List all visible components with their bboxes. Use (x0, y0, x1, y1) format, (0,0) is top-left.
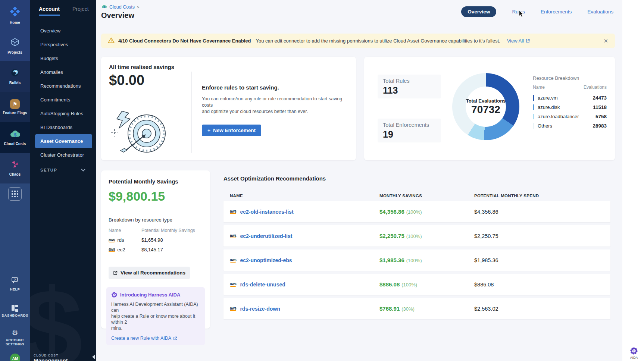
legend-swatch (533, 123, 534, 129)
breadcrumb: $ Cloud Costs > (101, 4, 140, 10)
aida-body-line1: Harness AI Development Assistant (AIDA) … (111, 302, 198, 313)
monthly-spend: $1,985.36 (474, 257, 577, 263)
monthly-savings: $1,985.36 (379, 257, 404, 263)
aws-icon: aws (109, 248, 115, 252)
savings-percent: (100%) (406, 233, 422, 239)
rail-item-account-settings[interactable]: ⚙ ACCOUNT SETTINGS (0, 329, 30, 346)
tab-project[interactable]: Project (72, 6, 89, 16)
legend-title: Resource Breakdown (533, 75, 607, 81)
new-enforcement-button[interactable]: + New Enforcement (202, 125, 261, 136)
breakdown-value-header: Potential Monthly Savings (141, 228, 203, 233)
banner-view-all-link[interactable]: View All (507, 38, 530, 44)
setup-section-toggle[interactable]: SETUP (30, 168, 96, 172)
monthly-savings: $2,250.75 (379, 233, 404, 239)
rail-item-cloud-costs[interactable]: $ Cloud Costs (0, 122, 30, 153)
cta-description: You can enforce/run any rule or rule rec… (202, 96, 349, 115)
legend-row: Others 28983 (533, 123, 607, 129)
rail-label: Home (10, 21, 20, 25)
legend-value: 11518 (593, 104, 607, 110)
aida-body-line2: help create a Rule or know more about it… (111, 314, 195, 325)
aida-assistant-button[interactable]: AIDA (630, 347, 638, 360)
sidebar-item-autostopping-rules[interactable]: AutoStopping Rules (30, 107, 96, 120)
sidebar-item-perspectives[interactable]: Perspectives (30, 38, 96, 51)
apps-grid-icon (12, 191, 18, 197)
rail-item-home[interactable]: Home (0, 0, 30, 31)
cloud-costs-sidebar: Account Project Overview Perspectives Bu… (30, 0, 96, 361)
cta-line1: You can enforce/run any rule or rule rec… (202, 96, 342, 108)
aws-icon: aws (230, 233, 236, 238)
cloud-costs-breadcrumb-icon: $ (101, 4, 107, 10)
rail-label: Chaos (9, 172, 21, 176)
sidebar-item-bi-dashboards[interactable]: BI Dashboards (30, 120, 96, 134)
chaos-icon (10, 160, 19, 170)
rail-item-projects[interactable]: Projects (0, 31, 30, 61)
savings-percent: (100%) (401, 282, 417, 288)
recommendation-link[interactable]: ec2-unoptimized-ebs (240, 257, 292, 263)
sidebar-collapse-handle[interactable] (92, 355, 95, 359)
recommendation-link[interactable]: ec2-underutilized-list (240, 233, 292, 239)
aida-promo-title: Introducing Harness AIDA (120, 292, 180, 298)
sidebar-item-commitments[interactable]: Commitments (30, 93, 96, 107)
top-navigation: Overview Rules Enforcements Evaluations (461, 6, 613, 17)
tab-rules[interactable]: Rules (512, 9, 525, 15)
user-avatar[interactable]: AM (10, 354, 20, 361)
tab-account[interactable]: Account (39, 6, 60, 16)
sidebar-item-overview[interactable]: Overview (30, 24, 96, 38)
aida-body-line3: mins. (111, 326, 122, 331)
help-chat-icon: ? (11, 277, 19, 286)
legend-swatch (533, 95, 534, 101)
table-row: aws ec2-unoptimized-ebs $1,985.36(100%) … (223, 249, 610, 271)
sidebar-item-anomalies[interactable]: Anomalies (30, 65, 96, 79)
legend-name-header: Name (533, 85, 545, 90)
legend-row: azure.vm 24473 (533, 95, 607, 101)
page-title: Overview (101, 11, 134, 20)
sidebar-item-asset-governance[interactable]: Asset Governance (35, 134, 92, 148)
recommendation-link[interactable]: ec2-old-instances-list (240, 209, 293, 215)
recommendations-title: Asset Optimization Recommendations (223, 175, 610, 182)
rail-item-help[interactable]: ? HELP (0, 277, 30, 291)
recommendation-link[interactable]: rds-delete-unused (240, 282, 285, 288)
rail-item-feature-flags[interactable]: ⚑ Feature Flags (0, 92, 30, 122)
monthly-spend: $886.08 (474, 282, 577, 288)
breadcrumb-cloud-costs-link[interactable]: Cloud Costs (109, 4, 135, 10)
dashboards-grid-icon (12, 305, 18, 312)
table-row: aws ec2-underutilized-list $2,250.75(100… (223, 225, 610, 247)
sidebar-item-recommendations[interactable]: Recommendations (30, 79, 96, 93)
donut-center-label: Total Evaluations (466, 98, 506, 104)
breakdown-row: aws ec2 $8,145.17 (109, 247, 203, 252)
view-all-label: View All (507, 38, 524, 44)
monthly-spend: $4,356.86 (474, 209, 577, 215)
tab-enforcements[interactable]: Enforcements (541, 9, 572, 15)
module-picker-button[interactable] (8, 187, 22, 201)
rail-item-chaos[interactable]: Chaos (0, 153, 30, 183)
sidebar-item-budgets[interactable]: Budgets (30, 51, 96, 65)
rail-label: ACCOUNT SETTINGS (3, 338, 26, 346)
card-divider (191, 72, 192, 153)
cta-title: Enforce rules to start saving. (202, 84, 349, 91)
resource-name: rds (117, 237, 124, 243)
monthly-spend: $2,563.02 (474, 306, 577, 312)
tab-overview[interactable]: Overview (461, 6, 496, 17)
aws-icon: aws (109, 238, 115, 242)
warning-triangle-icon (108, 37, 115, 45)
total-rules-value: 113 (383, 85, 436, 96)
rail-item-builds[interactable]: Builds (0, 61, 30, 92)
banner-close-button[interactable]: ✕ (603, 38, 608, 44)
savings-percent: (100%) (406, 209, 422, 215)
rail-label: HELP (10, 287, 20, 291)
aida-flower-icon (111, 292, 118, 298)
recommendation-link[interactable]: rds-resize-down (240, 306, 280, 312)
view-all-recommendations-button[interactable]: View all Recommendations (109, 267, 190, 279)
legend-value: 28983 (593, 123, 607, 129)
col-spend-header: POTENTIAL MONTHLY SPEND (474, 194, 577, 198)
rail-label: DASHBOARDS (1, 313, 28, 317)
create-rule-with-aida-link[interactable]: Create a new Rule with AIDA (111, 336, 200, 341)
feature-flags-icon: ⚑ (10, 99, 20, 109)
tab-evaluations[interactable]: Evaluations (587, 9, 613, 15)
legend-name: azure.disk (538, 104, 560, 110)
sidebar-item-cluster-orchestrator[interactable]: Cluster Orchestrator (30, 148, 96, 162)
sidebar-menu: Overview Perspectives Budgets Anomalies … (30, 24, 96, 162)
total-rules-stat: Total Rules 113 (378, 75, 441, 98)
rail-item-dashboards[interactable]: DASHBOARDS (0, 305, 30, 317)
aws-icon: aws (230, 258, 236, 263)
